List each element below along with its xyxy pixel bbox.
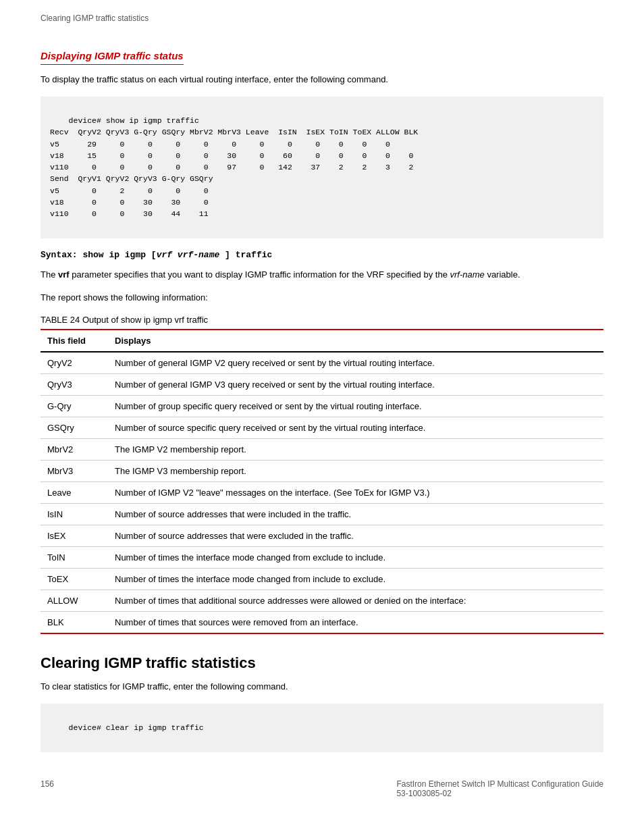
table-cell-displays: Number of IGMP V2 "leave" messages on th… [108, 482, 603, 504]
code-block-clear: device# clear ip igmp traffic [41, 704, 603, 752]
table-cell-field: ALLOW [41, 590, 108, 612]
section-displaying: Displaying IGMP traffic status To displa… [41, 50, 603, 634]
table-row: G-QryNumber of group specific query rece… [41, 396, 603, 417]
code-block-show: device# show ip igmp traffic Recv QryV2 … [41, 97, 603, 238]
table-cell-displays: The IGMP V3 membership report. [108, 461, 603, 482]
table-row: GSQryNumber of source specific query rec… [41, 417, 603, 439]
table-cell-displays: Number of source addresses that were exc… [108, 525, 603, 547]
col-header-field: This field [41, 330, 108, 352]
table-cell-field: IsIN [41, 504, 108, 525]
table-cell-displays: The IGMP V2 membership report. [108, 439, 603, 461]
table-cell-displays: Number of times the interface mode chang… [108, 547, 603, 569]
table-cell-displays: Number of general IGMP V3 query received… [108, 374, 603, 396]
table-24: This field Displays QryV2Number of gener… [41, 329, 603, 634]
footer-doc-title: FastIron Ethernet Switch IP Multicast Co… [396, 779, 603, 789]
table-cell-field: Leave [41, 482, 108, 504]
table-cell-displays: Number of source specific query received… [108, 417, 603, 439]
table-row: QryV3Number of general IGMP V3 query rec… [41, 374, 603, 396]
table-cell-field: GSQry [41, 417, 108, 439]
table-caption-bold: TABLE 24 [41, 315, 80, 325]
table-row: ALLOWNumber of times that additional sou… [41, 590, 603, 612]
table-header-row: This field Displays [41, 330, 603, 352]
table-cell-field: G-Qry [41, 396, 108, 417]
table-body: QryV2Number of general IGMP V2 query rec… [41, 352, 603, 633]
syntax-line: Syntax: show ip igmp [vrf vrf-name ] tra… [41, 249, 603, 260]
table-row: MbrV2The IGMP V2 membership report. [41, 439, 603, 461]
table-cell-field: MbrV3 [41, 461, 108, 482]
table-cell-displays: Number of general IGMP V2 query received… [108, 352, 603, 374]
table-cell-field: QryV2 [41, 352, 108, 374]
table-caption: TABLE 24 Output of show ip igmp vrf traf… [41, 315, 603, 325]
table-row: IsEXNumber of source addresses that were… [41, 525, 603, 547]
section1-title: Displaying IGMP traffic status [41, 50, 184, 65]
table-row: MbrV3The IGMP V3 membership report. [41, 461, 603, 482]
table-row: ToEXNumber of times the interface mode c… [41, 569, 603, 590]
table-cell-displays: Number of times the interface mode chang… [108, 569, 603, 590]
table-row: QryV2Number of general IGMP V2 query rec… [41, 352, 603, 374]
report-text: The report shows the following informati… [41, 291, 603, 305]
table-cell-displays: Number of group specific query received … [108, 396, 603, 417]
table-caption-normal: Output of show ip igmp vrf traffic [80, 315, 208, 325]
footer-doc-info: FastIron Ethernet Switch IP Multicast Co… [396, 779, 603, 798]
table-cell-displays: Number of times that additional source a… [108, 590, 603, 612]
vrf-param: vrf [58, 269, 70, 280]
table-cell-field: MbrV2 [41, 439, 108, 461]
footer-doc-number: 53-1003085-02 [396, 789, 451, 798]
table-cell-field: BLK [41, 612, 108, 634]
section2-intro: To clear statistics for IGMP traffic, en… [41, 680, 603, 694]
table-row: BLKNumber of times that sources were rem… [41, 612, 603, 634]
table-row: IsINNumber of source addresses that were… [41, 504, 603, 525]
section2-title: Clearing IGMP traffic statistics [41, 654, 603, 672]
syntax-vrf: vrf [157, 250, 172, 260]
table-cell-displays: Number of source addresses that were inc… [108, 504, 603, 525]
syntax-vrf-name: vrf-name [178, 250, 219, 260]
section-clearing: Clearing IGMP traffic statistics To clea… [41, 654, 603, 752]
param-description: The vrf parameter specifies that you wan… [41, 268, 603, 282]
table-row: ToINNumber of times the interface mode c… [41, 547, 603, 569]
table-row: LeaveNumber of IGMP V2 "leave" messages … [41, 482, 603, 504]
page-footer: 156 FastIron Ethernet Switch IP Multicas… [41, 779, 603, 798]
footer-page-number: 156 [41, 779, 54, 798]
section1-intro: To display the traffic status on each vi… [41, 73, 603, 87]
table-cell-displays: Number of times that sources were remove… [108, 612, 603, 634]
table-cell-field: ToIN [41, 547, 108, 569]
syntax-keyword: Syntax: show ip igmp [vrf vrf-name ] tra… [41, 250, 272, 260]
page-header-text: Clearing IGMP traffic statistics [41, 14, 149, 23]
vrf-name-param: vrf-name [450, 269, 484, 280]
table-cell-field: IsEX [41, 525, 108, 547]
table-cell-field: QryV3 [41, 374, 108, 396]
col-header-displays: Displays [108, 330, 603, 352]
table-header: This field Displays [41, 330, 603, 352]
page-header: Clearing IGMP traffic statistics [41, 14, 603, 23]
table-cell-field: ToEX [41, 569, 108, 590]
